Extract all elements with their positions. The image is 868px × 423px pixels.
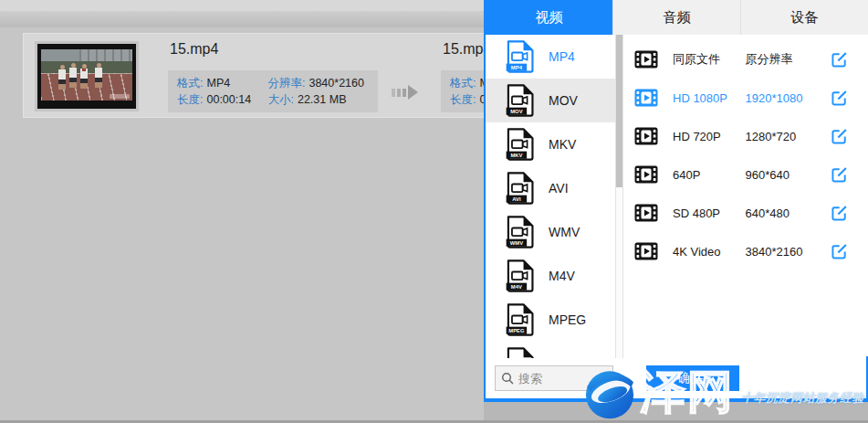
size-label: 大小: bbox=[267, 91, 293, 108]
scrollbar-thumb[interactable] bbox=[616, 35, 622, 187]
edit-icon[interactable] bbox=[831, 204, 848, 222]
edit-icon[interactable] bbox=[831, 89, 848, 107]
svg-text:AVI: AVI bbox=[512, 196, 521, 202]
video-thumbnail bbox=[35, 41, 139, 111]
filmstrip-play-icon bbox=[634, 165, 658, 184]
svg-text:MOV: MOV bbox=[510, 109, 522, 114]
app-window: 15.mp4 格式:MP4 分辨率:3840*2160 长度:00:00:14 … bbox=[0, 0, 868, 423]
video-file-icon bbox=[506, 347, 534, 358]
popup-bottom-bar: 确定 bbox=[486, 358, 868, 398]
duration-value: 00:00:14 bbox=[206, 91, 251, 108]
format-list-item[interactable]: AVI AVI bbox=[486, 166, 615, 210]
quality-resolution: 1280*720 bbox=[746, 130, 831, 143]
format-label: MOV bbox=[549, 93, 578, 108]
confirm-button[interactable]: 确定 bbox=[646, 365, 739, 391]
quality-list: 同原文件 原分辨率 bbox=[623, 35, 868, 358]
tab-label: 视频 bbox=[536, 9, 563, 26]
tab[interactable]: 音频 bbox=[612, 0, 740, 35]
search-icon bbox=[501, 372, 514, 385]
format-list-item[interactable]: M4V M4V bbox=[486, 254, 615, 298]
tab[interactable]: 设备 bbox=[740, 0, 868, 35]
format-list-item[interactable]: MP4 MP4 bbox=[486, 35, 615, 79]
video-file-icon: AVI bbox=[506, 172, 534, 205]
thumbnail-person bbox=[79, 64, 89, 89]
filmstrip-play-icon bbox=[634, 242, 658, 260]
format-picker-popup: 视频 音频 设备 MP4 MP4 bbox=[484, 0, 868, 402]
search-input[interactable] bbox=[518, 372, 601, 386]
quality-name: HD 1080P bbox=[673, 91, 746, 105]
size-value: 22.31 MB bbox=[298, 91, 347, 108]
convert-arrow-icon bbox=[392, 85, 418, 100]
tab[interactable]: 视频 bbox=[486, 0, 612, 35]
duration-label: 长度: bbox=[177, 91, 203, 108]
thumbnail-scene bbox=[41, 49, 132, 100]
red-scarf bbox=[82, 69, 86, 71]
format-label: WMV bbox=[549, 225, 580, 239]
source-file-info: 格式:MP4 分辨率:3840*2160 长度:00:00:14 大小:22.3… bbox=[168, 70, 378, 112]
format-label: AVI bbox=[549, 181, 569, 196]
source-file-title: 15.mp4 bbox=[170, 41, 218, 58]
quality-name: 同原文件 bbox=[673, 51, 746, 68]
format-list-item[interactable]: MKV MKV bbox=[486, 122, 615, 166]
svg-text:M4V: M4V bbox=[511, 284, 522, 290]
quality-list-item[interactable]: SD 480P 640*480 bbox=[623, 194, 868, 232]
filmstrip-play-icon bbox=[634, 89, 658, 107]
edit-icon[interactable] bbox=[831, 165, 848, 184]
filmstrip-play-icon bbox=[634, 50, 658, 69]
quality-list-item[interactable]: 4K Video 3840*2160 bbox=[623, 232, 868, 270]
thumbnail-person bbox=[58, 65, 67, 90]
thumbnail-watermark bbox=[110, 94, 130, 99]
format-label: 格式: bbox=[450, 75, 476, 91]
quality-resolution: 960*640 bbox=[746, 168, 831, 182]
edit-icon[interactable] bbox=[831, 50, 848, 69]
quality-list-item[interactable]: 640P 960*640 bbox=[623, 155, 868, 194]
thumbnail-person bbox=[68, 63, 78, 88]
format-label: MP4 bbox=[549, 49, 575, 64]
svg-text:MPEG: MPEG bbox=[508, 328, 525, 333]
edit-icon[interactable] bbox=[831, 242, 848, 260]
tab-label: 音频 bbox=[664, 9, 691, 26]
video-file-icon: MPEG bbox=[506, 303, 534, 336]
resolution-label: 分辨率: bbox=[267, 75, 305, 91]
quality-resolution: 640*480 bbox=[746, 206, 831, 220]
video-file-icon: M4V bbox=[506, 259, 534, 292]
format-list-item[interactable] bbox=[486, 342, 615, 358]
quality-list-item[interactable]: HD 720P 1280*720 bbox=[623, 117, 868, 155]
svg-text:MKV: MKV bbox=[510, 153, 522, 158]
quality-name: 4K Video bbox=[673, 245, 746, 259]
video-file-icon: MOV bbox=[506, 84, 534, 117]
format-value: MP4 bbox=[206, 75, 230, 91]
thumbnail-person bbox=[94, 63, 103, 88]
quality-name: SD 480P bbox=[673, 206, 746, 220]
resolution-value: 3840*2160 bbox=[309, 75, 363, 91]
quality-name: HD 720P bbox=[673, 130, 746, 143]
quality-list-item[interactable]: HD 1080P 1920*1080 bbox=[623, 79, 868, 117]
popup-tabs: 视频 音频 设备 bbox=[486, 0, 868, 35]
edit-icon[interactable] bbox=[831, 127, 848, 145]
format-list-item[interactable]: MPEG MPEG bbox=[486, 298, 615, 342]
svg-text:WMV: WMV bbox=[510, 240, 523, 246]
filmstrip-play-icon bbox=[634, 204, 658, 222]
format-label: M4V bbox=[549, 269, 575, 283]
quality-list-item[interactable]: 同原文件 原分辨率 bbox=[623, 40, 868, 79]
quality-resolution: 1920*1080 bbox=[746, 91, 831, 105]
quality-name: 640P bbox=[673, 168, 746, 182]
format-list-item[interactable]: WMV WMV bbox=[486, 210, 615, 254]
format-label: 格式: bbox=[177, 75, 203, 91]
search-box[interactable] bbox=[495, 365, 613, 391]
video-file-icon: WMV bbox=[506, 216, 534, 249]
format-label: MKV bbox=[549, 137, 576, 152]
quality-resolution: 3840*2160 bbox=[746, 245, 831, 259]
filmstrip-play-icon bbox=[634, 127, 658, 145]
duration-label: 长度: bbox=[450, 91, 476, 108]
video-file-icon: MP4 bbox=[506, 40, 534, 73]
quality-resolution: 原分辨率 bbox=[746, 51, 831, 68]
format-list-item[interactable]: MOV MOV bbox=[486, 79, 615, 122]
format-list-scrollbar[interactable] bbox=[615, 35, 623, 358]
tab-label: 设备 bbox=[791, 9, 819, 26]
format-label: MPEG bbox=[549, 312, 586, 327]
video-file-icon: MKV bbox=[506, 128, 534, 161]
svg-text:MP4: MP4 bbox=[511, 65, 523, 70]
format-list: MP4 MP4 MOV MOV bbox=[486, 35, 615, 358]
